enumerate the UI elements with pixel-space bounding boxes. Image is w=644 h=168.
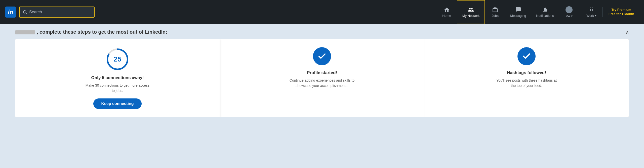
my-network-icon	[468, 7, 474, 13]
profile-card-title: Profile started!	[307, 70, 337, 75]
profile-card: Profile started! Continue adding experie…	[220, 39, 424, 117]
hashtags-check-circle	[517, 47, 536, 65]
me-label: Me	[566, 14, 570, 18]
nav-divider-2	[602, 7, 603, 17]
search-input[interactable]	[29, 10, 91, 14]
messaging-label: Messaging	[510, 14, 526, 18]
profile-check-circle	[313, 47, 331, 65]
nav-item-notifications[interactable]: Notifications	[531, 0, 559, 24]
progress-number: 25	[113, 55, 121, 63]
nav-item-jobs[interactable]: Jobs	[485, 0, 505, 24]
hashtags-check-icon	[522, 52, 531, 61]
linkedin-logo[interactable]: in	[5, 7, 16, 18]
profile-card-desc: Continue adding experiences and skills t…	[289, 78, 355, 88]
premium-button[interactable]: Try Premium Free for 1 Month	[604, 0, 639, 24]
nav-item-my-network[interactable]: My Network	[457, 0, 485, 24]
home-icon	[444, 7, 450, 13]
search-icon	[23, 10, 27, 14]
onboarding-banner: , complete these steps to get the most o…	[0, 24, 644, 117]
profile-check-icon	[317, 52, 327, 61]
nav-item-home[interactable]: Home	[437, 0, 457, 24]
my-network-label: My Network	[462, 14, 480, 18]
hashtags-card-desc: You'll see posts with these hashtags at …	[494, 78, 559, 88]
nav-item-me[interactable]: Me ▾	[559, 0, 579, 24]
navbar: in Home My Network Jo	[0, 0, 644, 24]
hashtags-card-title: Hashtags followed!	[507, 70, 546, 75]
jobs-label: Jobs	[492, 14, 499, 18]
keep-connecting-button[interactable]: Keep connecting	[93, 98, 142, 109]
svg-line-1	[26, 13, 26, 14]
messaging-icon	[515, 7, 521, 13]
notifications-label: Notifications	[536, 14, 554, 18]
cards-container: 25 Only 5 connections away! Make 30 conn…	[15, 39, 629, 117]
onboarding-header: , complete these steps to get the most o…	[15, 29, 629, 35]
nav-divider	[580, 7, 580, 17]
progress-circle: 25	[105, 47, 130, 71]
jobs-icon	[492, 7, 498, 13]
search-box[interactable]	[19, 7, 95, 18]
hashtags-card: Hashtags followed! You'll see posts with…	[424, 39, 629, 117]
nav-item-work[interactable]: ⠿ Work ▾	[581, 0, 601, 24]
work-grid-icon: ⠿	[590, 7, 593, 13]
premium-label: Try Premium Free for 1 Month	[608, 8, 635, 16]
nav-items: Home My Network Jobs Messaging	[437, 0, 639, 24]
onboarding-title: , complete these steps to get the most o…	[15, 29, 167, 35]
username-blur	[15, 30, 35, 34]
notifications-icon	[542, 7, 548, 13]
nav-item-messaging[interactable]: Messaging	[505, 0, 531, 24]
connections-card: 25 Only 5 connections away! Make 30 conn…	[15, 39, 220, 117]
main-content: , complete these steps to get the most o…	[0, 24, 644, 168]
connections-card-desc: Make 30 connections to get more access t…	[85, 83, 150, 93]
work-chevron-icon: ▾	[595, 14, 596, 17]
me-chevron-icon: ▾	[571, 14, 573, 18]
collapse-button[interactable]: ∧	[626, 29, 629, 35]
home-label: Home	[442, 14, 451, 18]
work-label: Work	[586, 14, 594, 18]
me-avatar	[566, 6, 573, 13]
connections-card-title: Only 5 connections away!	[91, 75, 144, 80]
